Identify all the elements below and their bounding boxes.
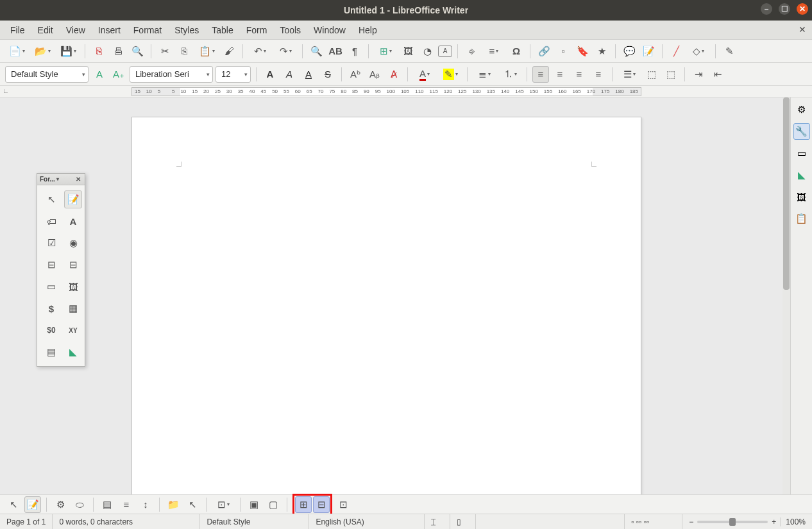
font-name-combo[interactable]: Liberation Seri▾ [130,66,213,83]
status-language[interactable]: English (USA) [309,514,425,529]
print-preview-button[interactable]: 🔍 [129,43,146,60]
track-changes-button[interactable]: 📝 [640,43,657,60]
insert-comment-button[interactable]: 💬 [621,43,638,60]
position-size-button[interactable]: ⊡▾ [212,496,235,513]
insert-bookmark-button[interactable]: 🔖 [574,43,591,60]
add-field-button[interactable]: ≡ [118,496,135,513]
insert-image-button[interactable]: 🖼 [400,43,416,60]
activation-order-button[interactable]: ↕ [137,496,154,513]
spellcheck-button[interactable]: AB [327,43,344,60]
form-navigator-button[interactable]: ▤ [99,496,115,513]
status-page[interactable]: Page 1 of 1 [0,514,53,529]
menu-tools[interactable]: Tools [273,22,307,38]
form-design-mode-button[interactable]: 📝 [64,190,82,208]
cut-button[interactable]: ✂ [156,43,173,60]
menu-file[interactable]: File [4,22,31,38]
insert-chart-button[interactable]: ◔ [419,43,436,60]
clone-formatting-button[interactable]: 🖌 [221,43,237,60]
open-button[interactable]: 📂▾ [31,43,54,60]
form-image-button[interactable]: 🖼 [64,278,82,296]
show-draw-functions-button[interactable]: ✎ [721,43,738,60]
enter-group-button[interactable]: ⊞ [295,496,312,513]
form-listbox-button[interactable]: ⊟ [42,256,60,274]
update-style-button[interactable]: A [91,66,108,83]
design-mode-button[interactable]: 📝 [24,496,41,513]
form-option-button[interactable]: ◉ [64,234,82,252]
undo-button[interactable]: ↶▾ [248,43,271,60]
form-formatted-field-button[interactable]: $ [42,299,60,317]
font-size-combo[interactable]: 12▾ [216,66,251,83]
zoom-in-button[interactable]: + [772,517,776,526]
automatic-control-focus-button[interactable]: ↖ [184,496,201,513]
align-justify-button[interactable]: ≡ [590,66,607,83]
form-checkbox-button[interactable]: ☑ [42,234,60,252]
print-button[interactable]: 🖶 [110,43,126,60]
form-combobox-button[interactable]: ⊟ [64,256,82,274]
zoom-slider[interactable] [697,521,768,523]
form-push-button[interactable]: ▭ [42,278,60,296]
document-page[interactable] [131,117,641,497]
bring-to-front-button[interactable]: ▣ [246,496,262,513]
menu-insert[interactable]: Insert [92,22,127,38]
insert-special-char-button[interactable]: Ω [508,43,525,60]
insert-line-button[interactable]: ╱ [668,43,684,60]
menu-table[interactable]: Table [205,22,239,38]
align-center-button[interactable]: ≡ [552,66,568,83]
find-replace-button[interactable]: 🔍 [308,43,325,60]
superscript-button[interactable]: Aᵇ [347,66,364,83]
control-properties-button[interactable]: ⚙ [52,496,69,513]
export-pdf-button[interactable]: ⎘ [90,43,107,60]
insert-page-break-button[interactable]: ⎆ [463,43,480,60]
sidebar-page-icon[interactable]: ▭ [793,145,810,162]
numbered-list-button[interactable]: ⒈▾ [498,66,521,83]
bold-button[interactable]: A [262,66,278,83]
decrease-spacing-button[interactable]: ⬚ [663,66,679,83]
status-view-layout[interactable]: ▫ ▫▫ ▫▫ [625,514,682,529]
align-right-button[interactable]: ≡ [571,66,588,83]
form-numeric-field-button[interactable]: $0 [42,321,60,339]
form-group-box-button[interactable]: XY [64,321,82,339]
sidebar-properties-icon[interactable]: 🔧 [793,123,810,140]
font-color-button[interactable]: A▾ [413,66,436,83]
insert-textbox-button[interactable]: A [438,46,452,57]
insert-footnote-button[interactable]: ▫ [555,43,571,60]
form-wizards-button[interactable]: ◣ [64,343,82,361]
insert-field-button[interactable]: ≡▾ [482,43,505,60]
status-selection-mode[interactable]: ▯ [450,514,476,529]
form-panel-header[interactable]: For... ▾ ✕ [37,174,85,185]
zoom-out-button[interactable]: − [689,517,693,526]
highlight-color-button[interactable]: ✎▾ [439,66,462,83]
menu-window[interactable]: Window [307,22,352,38]
menu-help[interactable]: Help [352,22,384,38]
menu-form[interactable]: Form [240,22,274,38]
form-label-button[interactable]: 🏷 [42,212,60,230]
increase-indent-button[interactable]: ⇥ [690,66,707,83]
insert-table-button[interactable]: ⊞▾ [374,43,397,60]
zoom-value[interactable]: 100% [780,517,806,526]
paste-button[interactable]: 📋▾ [195,43,218,60]
menu-edit[interactable]: Edit [31,22,60,38]
status-insert-mode[interactable]: ⌶ [425,514,450,529]
basic-shapes-button[interactable]: ◇▾ [687,43,710,60]
status-style[interactable]: Default Style [200,514,309,529]
form-panel-close-icon[interactable]: ✕ [74,176,82,183]
send-to-back-button[interactable]: ▢ [265,496,282,513]
form-panel-dropdown-icon[interactable]: ▾ [55,176,60,182]
scrollbar-thumb[interactable] [783,97,790,290]
save-button[interactable]: 💾▾ [56,43,80,60]
exit-group-button[interactable]: ⊟ [313,496,330,513]
insert-cross-reference-button[interactable]: ★ [593,43,610,60]
status-words[interactable]: 0 words, 0 characters [53,514,200,529]
vertical-scrollbar[interactable] [782,97,790,497]
sidebar-navigator-icon[interactable]: 📋 [793,210,810,227]
status-signature[interactable] [476,514,625,529]
form-more-controls-button[interactable]: ▤ [42,343,60,361]
bullet-list-button[interactable]: ≣▾ [473,66,496,83]
window-maximize-button[interactable]: ☐ [779,3,790,15]
sidebar-gallery-icon[interactable]: 🖼 [793,189,810,205]
form-textbox-button[interactable]: A [64,212,82,230]
decrease-indent-button[interactable]: ⇤ [709,66,726,83]
align-left-button[interactable]: ≡ [532,66,549,83]
form-select-tool[interactable]: ↖ [42,190,60,208]
clear-formatting-button[interactable]: A̷ [385,66,402,83]
